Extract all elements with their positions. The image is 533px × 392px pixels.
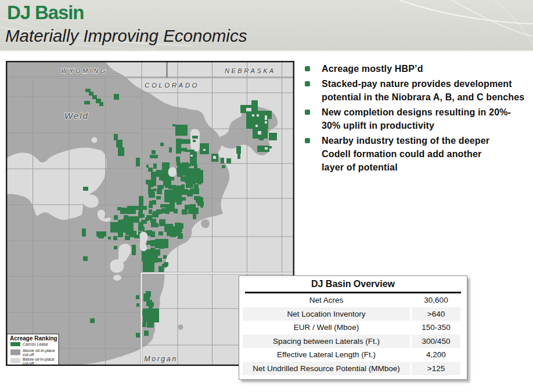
svg-text:Weld: Weld (64, 111, 89, 121)
svg-text:WYOMING: WYOMING (61, 67, 107, 74)
svg-text:Acreage Ranking: Acreage Ranking (10, 335, 57, 342)
svg-text:cut-off: cut-off (23, 353, 34, 357)
svg-text:NEBRASKA: NEBRASKA (225, 67, 276, 74)
svg-text:Carrizo Lease: Carrizo Lease (23, 342, 48, 346)
svg-text:COLORADO: COLORADO (145, 82, 199, 89)
svg-text:Morgan: Morgan (144, 355, 177, 363)
